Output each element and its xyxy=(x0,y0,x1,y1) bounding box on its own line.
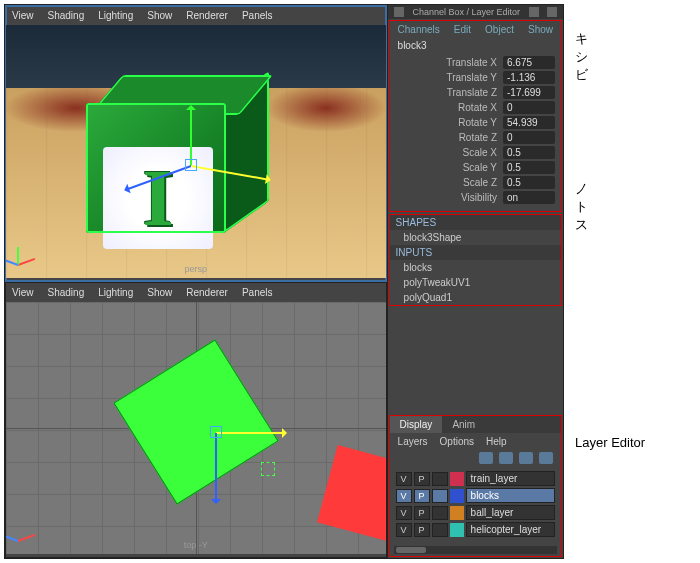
right-panel: Channel Box / Layer Editor Channels Edit… xyxy=(387,5,563,558)
attr-label: Translate X xyxy=(390,57,503,68)
shapes-inputs-box: SHAPES block3Shape INPUTS blockspolyTwea… xyxy=(389,214,562,306)
axis-blue-icon[interactable] xyxy=(215,433,217,503)
layer-name[interactable]: blocks xyxy=(466,488,555,503)
attr-value[interactable]: -1.136 xyxy=(503,71,555,84)
layer-extra-toggle[interactable] xyxy=(432,472,448,486)
layer-vis-toggle[interactable]: V xyxy=(396,506,412,520)
panel-close-icon[interactable] xyxy=(547,7,557,17)
tab-display[interactable]: Display xyxy=(390,416,443,433)
layer-color-swatch[interactable] xyxy=(450,472,464,486)
input-item[interactable]: polyTweakUV1 xyxy=(390,275,561,290)
other-mesh-top[interactable] xyxy=(317,445,387,543)
pivot-icon[interactable] xyxy=(210,426,222,438)
viewport-menu-persp: View Shading Lighting Show Renderer Pane… xyxy=(6,6,386,25)
layer-playback-toggle[interactable]: P xyxy=(414,523,430,537)
layer-name[interactable]: train_layer xyxy=(466,471,555,486)
channel-menu-item[interactable]: Show xyxy=(528,24,553,35)
attr-value[interactable]: on xyxy=(503,191,555,204)
layer-menu-item[interactable]: Help xyxy=(486,436,507,447)
annotation-mid: ノトス xyxy=(575,180,588,234)
attr-label: Visibility xyxy=(390,192,503,203)
layer-playback-toggle[interactable]: P xyxy=(414,506,430,520)
vp-menu-item[interactable]: Renderer xyxy=(186,287,228,298)
axis-yellow-icon[interactable] xyxy=(216,432,286,434)
layer-name[interactable]: ball_layer xyxy=(466,505,555,520)
input-item[interactable]: polyQuad1 xyxy=(390,290,561,305)
layer-color-swatch[interactable] xyxy=(450,523,464,537)
input-item[interactable]: blocks xyxy=(390,260,561,275)
attr-value[interactable]: 0.5 xyxy=(503,176,555,189)
vp-menu-item[interactable]: Lighting xyxy=(98,287,133,298)
attr-row: Translate X6.675 xyxy=(390,55,561,70)
channel-menu-item[interactable]: Object xyxy=(485,24,514,35)
layer-move-up-icon[interactable] xyxy=(479,452,493,464)
ortho-selection-icon xyxy=(261,462,275,476)
layer-menu-item[interactable]: Layers xyxy=(398,436,428,447)
vp-menu-item[interactable]: Renderer xyxy=(186,10,228,21)
selected-object-name[interactable]: block3 xyxy=(390,38,561,53)
layer-color-swatch[interactable] xyxy=(450,506,464,520)
layer-row[interactable]: V P helicopter_layer xyxy=(394,521,557,538)
channel-menu-item[interactable]: Edit xyxy=(454,24,471,35)
vp-menu-item[interactable]: View xyxy=(12,287,34,298)
shapes-header: SHAPES xyxy=(390,215,561,230)
layer-scroll[interactable] xyxy=(394,546,557,554)
vp-menu-item[interactable]: Show xyxy=(147,10,172,21)
layer-row[interactable]: V P blocks xyxy=(394,487,557,504)
layer-editor: Display Anim Layers Options Help V P tra… xyxy=(389,415,562,557)
layer-playback-toggle[interactable]: P xyxy=(414,472,430,486)
vp-menu-item[interactable]: Shading xyxy=(48,10,85,21)
viewport-label: top -Y xyxy=(184,540,208,550)
channel-menu-item[interactable]: Channels xyxy=(398,24,440,35)
viewport-top[interactable]: View Shading Lighting Show Renderer Pane… xyxy=(5,282,387,559)
block3-top[interactable] xyxy=(113,339,278,504)
layer-row[interactable]: V P train_layer xyxy=(394,470,557,487)
attr-row: Scale Z0.5 xyxy=(390,175,561,190)
layer-extra-toggle[interactable] xyxy=(432,489,448,503)
attr-value[interactable]: 0.5 xyxy=(503,161,555,174)
attr-value[interactable]: 6.675 xyxy=(503,56,555,69)
persp-canvas[interactable]: I xyxy=(6,25,386,278)
panel-opt-icon[interactable] xyxy=(529,7,539,17)
attr-value[interactable]: -17.699 xyxy=(503,86,555,99)
vp-menu-item[interactable]: Panels xyxy=(242,10,273,21)
viewport-persp[interactable]: View Shading Lighting Show Renderer Pane… xyxy=(5,5,387,282)
tab-anim[interactable]: Anim xyxy=(442,416,485,433)
vp-menu-item[interactable]: Show xyxy=(147,287,172,298)
layer-row[interactable]: V P ball_layer xyxy=(394,504,557,521)
layer-extra-toggle[interactable] xyxy=(432,523,448,537)
attr-value[interactable]: 0.5 xyxy=(503,146,555,159)
attr-value[interactable]: 0 xyxy=(503,131,555,144)
attr-label: Rotate X xyxy=(390,102,503,113)
vp-menu-item[interactable]: View xyxy=(12,10,34,21)
layer-extra-toggle[interactable] xyxy=(432,506,448,520)
layer-vis-toggle[interactable]: V xyxy=(396,472,412,486)
attr-label: Translate Y xyxy=(390,72,503,83)
new-layer-icon[interactable] xyxy=(519,452,533,464)
layer-menu-item[interactable]: Options xyxy=(440,436,474,447)
top-canvas[interactable]: top -Y xyxy=(6,302,386,555)
vp-menu-item[interactable]: Shading xyxy=(48,287,85,298)
vp-menu-item[interactable]: Panels xyxy=(242,287,273,298)
layer-vis-toggle[interactable]: V xyxy=(396,489,412,503)
layer-vis-toggle[interactable]: V xyxy=(396,523,412,537)
attr-value[interactable]: 0 xyxy=(503,101,555,114)
layer-color-swatch[interactable] xyxy=(450,489,464,503)
vp-menu-item[interactable]: Lighting xyxy=(98,10,133,21)
layer-playback-toggle[interactable]: P xyxy=(414,489,430,503)
axis-y-icon[interactable] xyxy=(190,106,192,166)
inputs-header: INPUTS xyxy=(390,245,561,260)
viewports-column: View Shading Lighting Show Renderer Pane… xyxy=(5,5,387,558)
persp-scene: I xyxy=(6,25,386,278)
layer-name[interactable]: helicopter_layer xyxy=(466,522,555,537)
panel-titlebar: Channel Box / Layer Editor xyxy=(388,5,563,19)
new-layer-assign-icon[interactable] xyxy=(539,452,553,464)
attr-row: Translate Y-1.136 xyxy=(390,70,561,85)
attr-value[interactable]: 54.939 xyxy=(503,116,555,129)
panel-grip-icon[interactable] xyxy=(394,7,404,17)
attr-label: Rotate Y xyxy=(390,117,503,128)
block3-mesh[interactable]: I xyxy=(86,75,266,235)
pivot-icon[interactable] xyxy=(185,159,197,171)
shape-item[interactable]: block3Shape xyxy=(390,230,561,245)
layer-move-down-icon[interactable] xyxy=(499,452,513,464)
